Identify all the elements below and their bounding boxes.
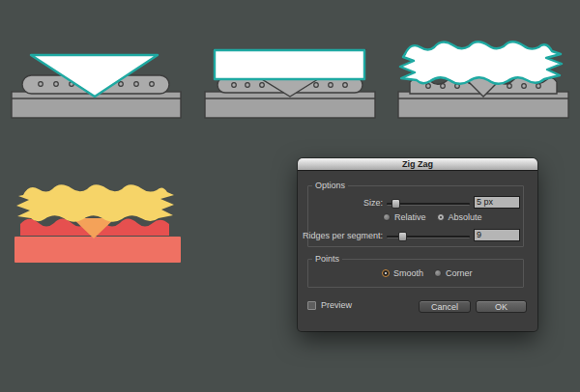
absolute-radio-circle[interactable] [437, 213, 445, 221]
salmon-base [14, 237, 181, 263]
relative-radio[interactable]: Relative [383, 212, 426, 222]
dialog-titlebar[interactable]: Zig Zag [298, 158, 537, 171]
ridges-label: Ridges per segment: [298, 231, 383, 241]
smooth-radio-label: Smooth [393, 268, 423, 278]
illustration-step1 [10, 24, 184, 121]
options-group-label: Options [312, 181, 348, 190]
mode-radio-group: Relative Absolute [383, 212, 482, 222]
points-group-label: Points [312, 254, 342, 264]
ridges-input[interactable] [474, 229, 520, 241]
absolute-radio[interactable]: Absolute [437, 212, 482, 222]
zigzag-dialog: Zig Zag Options Size: Relative Absolute … [298, 158, 537, 331]
size-label: Size: [317, 198, 383, 209]
corner-radio[interactable]: Corner [434, 268, 473, 278]
yellow-zigzag-shape [16, 184, 174, 222]
dialog-title: Zig Zag [402, 159, 433, 169]
relative-radio-circle[interactable] [383, 213, 391, 221]
smooth-radio[interactable]: Smooth [382, 268, 423, 278]
size-slider[interactable] [387, 203, 470, 206]
ridges-slider-handle[interactable] [398, 232, 407, 241]
size-input[interactable] [474, 196, 520, 209]
preview-checkbox[interactable] [307, 301, 316, 310]
smooth-radio-circle[interactable] [382, 269, 390, 277]
preview-control[interactable]: Preview [307, 300, 352, 310]
absolute-radio-label: Absolute [449, 212, 482, 222]
illustration-step2 [198, 24, 377, 121]
white-rectangle [215, 50, 364, 79]
preview-label: Preview [321, 300, 352, 310]
white-zigzag-shape [400, 42, 562, 84]
ridges-slider[interactable] [387, 236, 470, 238]
corner-radio-label: Corner [446, 268, 473, 278]
cancel-button[interactable]: Cancel [419, 300, 471, 313]
illustration-step4 [10, 182, 184, 264]
illustration-step3 [392, 24, 570, 121]
points-radio-group: Smooth Corner [382, 268, 473, 278]
corner-radio-circle[interactable] [434, 269, 442, 277]
size-slider-handle[interactable] [392, 199, 400, 209]
relative-radio-label: Relative [394, 212, 426, 222]
ok-button[interactable]: OK [476, 300, 527, 313]
